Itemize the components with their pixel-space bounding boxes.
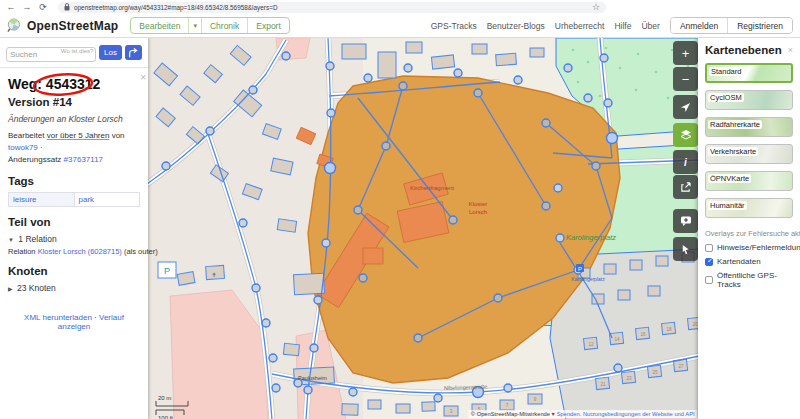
- donate-link[interactable]: Spenden.: [557, 411, 582, 417]
- edit-button[interactable]: Bearbeiten: [131, 18, 188, 33]
- checkbox-unchecked[interactable]: [705, 276, 713, 284]
- nav-about[interactable]: Über: [641, 21, 659, 31]
- nav-user-blogs[interactable]: Benutzer-Blogs: [487, 21, 545, 31]
- overlays-heading: Overlays zur Fehlersuche aktivieren: [705, 229, 786, 237]
- relation-link[interactable]: Kloster Lorsch (6028715): [38, 247, 122, 256]
- tag-key-link[interactable]: leisure: [13, 195, 37, 204]
- bookmark-star-icon[interactable]: ☆: [592, 2, 600, 12]
- checkbox-checked[interactable]: [705, 258, 713, 266]
- layers-panel-title: Kartenebenen: [705, 44, 782, 56]
- footer-separator: ·: [94, 313, 97, 322]
- layer-option-transport-map[interactable]: Verkehrskarte: [705, 144, 793, 164]
- add-note-button[interactable]: [673, 209, 698, 233]
- bus-stop-icon: P: [576, 264, 584, 272]
- layer-label: Verkehrskarte: [708, 147, 758, 156]
- directions-button[interactable]: [125, 45, 142, 60]
- church-icon: ✝: [211, 272, 216, 278]
- house-number: 16: [640, 332, 646, 337]
- export-button[interactable]: Export: [247, 18, 289, 33]
- layers-panel: Kartenebenen × Standard CyclOSM Radfahre…: [698, 37, 800, 419]
- parking-icon: P: [158, 262, 176, 278]
- login-button[interactable]: Anmelden: [671, 18, 727, 33]
- scale-metric: 20 m: [158, 395, 171, 401]
- edited-time: vor über 5 Jahren: [47, 131, 110, 140]
- terms-link[interactable]: Nutzungsbedingungen der Website und API: [583, 411, 695, 417]
- go-button[interactable]: Los: [99, 45, 122, 60]
- edited-prefix: Bearbeitet: [8, 131, 44, 140]
- overlay-gps-tracks-checkbox[interactable]: Öffentliche GPS-Tracks: [705, 271, 793, 289]
- forward-icon[interactable]: →: [22, 0, 32, 14]
- zoom-in-button[interactable]: +: [673, 41, 698, 65]
- nav-help[interactable]: Hilfe: [614, 21, 631, 31]
- svg-text:P: P: [578, 266, 582, 272]
- nav-copyright[interactable]: Urheberrecht: [555, 21, 605, 31]
- download-xml-link[interactable]: XML herunterladen: [24, 313, 92, 322]
- edit-caret-icon[interactable]: ▾: [188, 18, 201, 33]
- search-bar: Wo ist dies? Los: [0, 38, 148, 68]
- layer-label: ÖPNVKarte: [708, 174, 751, 183]
- osm-header: OpenStreetMap Bearbeiten ▾ Chronik Expor…: [0, 14, 800, 38]
- signup-button[interactable]: Registrieren: [727, 18, 792, 33]
- layer-option-cyclosm[interactable]: CyclOSM: [705, 90, 793, 110]
- layer-option-standard[interactable]: Standard: [705, 63, 793, 83]
- changeset-comment: Änderungen an Kloster Lorsch: [8, 114, 140, 124]
- house-number: 12: [588, 342, 594, 347]
- auth-buttons: Anmelden Registrieren: [670, 17, 793, 34]
- relation-item: Relation Kloster Lorsch (6028715) (als o…: [8, 247, 140, 256]
- layer-label: CyclOSM: [708, 93, 744, 102]
- tags-table: leisure park: [8, 192, 140, 207]
- locate-button[interactable]: [673, 95, 698, 119]
- way-details-panel: × Weg: 4543312 Version #14 Änderungen an…: [0, 68, 148, 331]
- query-cursor-icon: [680, 244, 691, 255]
- user-link[interactable]: towok79: [8, 143, 38, 152]
- close-icon[interactable]: ×: [140, 72, 146, 83]
- osm-logo[interactable]: [7, 18, 22, 33]
- info-button[interactable]: i: [673, 150, 698, 174]
- way-version: Version #14: [8, 96, 140, 108]
- nodes-group-toggle[interactable]: ▶ 23 Knoten: [8, 283, 140, 293]
- svg-text:P: P: [164, 266, 170, 276]
- directions-icon: [128, 48, 138, 58]
- layers-button[interactable]: [673, 123, 698, 147]
- checkbox-unchecked[interactable]: [705, 244, 713, 252]
- zoom-out-button[interactable]: −: [673, 67, 698, 91]
- reload-icon[interactable]: ⟳: [38, 0, 48, 14]
- url-bar[interactable]: openstreetmap.org/way/4543312#map=18/49.…: [58, 2, 606, 13]
- query-features-button[interactable]: [673, 237, 698, 261]
- way-id: 4543312: [46, 76, 101, 92]
- layers-close-icon[interactable]: ×: [788, 45, 793, 55]
- layer-label: Standard: [709, 67, 743, 76]
- label-bus-stop: Karolingerplatz: [571, 276, 605, 282]
- label-lorsch: Lorsch: [469, 209, 487, 215]
- share-button[interactable]: [673, 175, 698, 199]
- overlay-map-data-checkbox[interactable]: Kartendaten: [705, 257, 793, 266]
- house-number: 27: [678, 364, 684, 369]
- heart-icon: ♥: [552, 411, 555, 417]
- tag-value-link[interactable]: park: [79, 195, 95, 204]
- way-title-prefix: Weg:: [8, 76, 42, 92]
- where-is-this-link[interactable]: Wo ist dies?: [60, 48, 93, 55]
- label-kloster: Kloster: [469, 201, 488, 207]
- layer-option-opnvkarte[interactable]: ÖPNVKarte: [705, 171, 793, 191]
- nav-gps-tracks[interactable]: GPS-Tracks: [431, 21, 477, 31]
- layer-option-cycle-map[interactable]: Radfahrerkarte: [705, 117, 793, 137]
- back-icon[interactable]: ←: [6, 0, 16, 14]
- panel-footer-links: XML herunterladen · Verlauf anzeigen: [8, 313, 140, 331]
- expand-icon: ▶: [8, 286, 13, 292]
- layer-option-humanitarian[interactable]: Humanitär: [705, 198, 793, 218]
- share-icon: [680, 182, 691, 193]
- plus-icon: +: [682, 46, 690, 61]
- note-icon: [680, 215, 692, 227]
- changeset-label: Änderungssatz: [8, 155, 61, 164]
- separator-dot: ·: [40, 143, 43, 152]
- brand-title[interactable]: OpenStreetMap: [27, 19, 118, 33]
- overlay-notes-checkbox[interactable]: Hinweise/Fehlermeldungen: [705, 243, 793, 252]
- house-number: 23: [626, 376, 632, 381]
- relation-group-toggle[interactable]: ▼ 1 Relation: [8, 234, 140, 244]
- header-nav: GPS-Tracks Benutzer-Blogs Urheberrecht H…: [431, 21, 660, 31]
- browser-chrome: ← → ⟳ openstreetmap.org/way/4543312#map=…: [0, 0, 800, 14]
- edited-von: von: [112, 131, 125, 140]
- history-button[interactable]: Chronik: [201, 18, 247, 33]
- relation-role: (als outer): [124, 247, 158, 256]
- changeset-link[interactable]: #37637117: [64, 155, 103, 164]
